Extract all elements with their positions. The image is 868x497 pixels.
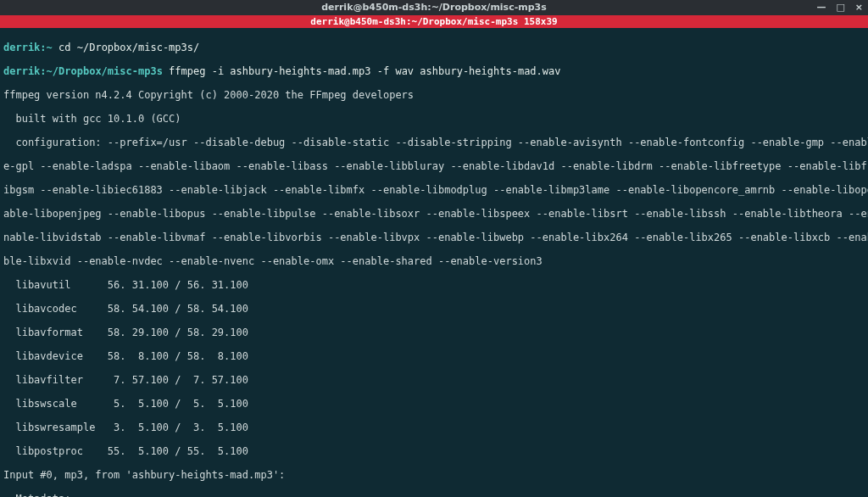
prompt-user: derrik [3, 42, 40, 53]
prompt-line-1: derrik:~ cd ~/Dropbox/misc-mp3s/ [3, 42, 865, 53]
output-line: Metadata: [3, 493, 865, 497]
output-line: libswresample 3. 5.100 / 3. 5.100 [3, 422, 865, 433]
output-line: libavformat 58. 29.100 / 58. 29.100 [3, 327, 865, 338]
terminal-tabbar[interactable]: derrik@b450m-ds3h:~/Dropbox/misc-mp3s 15… [0, 15, 868, 28]
output-line: built with gcc 10.1.0 (GCC) [3, 113, 865, 125]
prompt-path: ~ [47, 42, 53, 53]
prompt-line-2: derrik:~/Dropbox/misc-mp3s ffmpeg -i ash… [3, 65, 865, 77]
output-line: ffmpeg version n4.2.4 Copyright (c) 2000… [3, 89, 865, 101]
window-title: derrik@b450m-ds3h:~/Dropbox/misc-mp3s [321, 2, 547, 14]
output-line: able-libopenjpeg --enable-libopus --enab… [3, 208, 865, 220]
output-line: e-gpl --enable-ladspa --enable-libaom --… [3, 160, 865, 172]
prompt-user: derrik [3, 65, 40, 77]
output-line: nable-libvidstab --enable-libvmaf --enab… [3, 232, 865, 243]
command-text: ffmpeg -i ashbury-heights-mad.mp3 -f wav… [169, 65, 560, 77]
output-line: ibgsm --enable-libiec61883 --enable-libj… [3, 184, 865, 196]
prompt-path: ~/Dropbox/misc-mp3s [47, 65, 163, 77]
close-button[interactable]: × [855, 2, 863, 14]
prompt-space [53, 42, 58, 53]
output-line: configuration: --prefix=/usr --disable-d… [3, 137, 865, 148]
output-line: libavdevice 58. 8.100 / 58. 8.100 [3, 350, 865, 362]
output-line: Input #0, mp3, from 'ashbury-heights-mad… [3, 469, 865, 481]
output-line: libavcodec 58. 54.100 / 58. 54.100 [3, 303, 865, 315]
maximize-button[interactable]: □ [836, 2, 844, 14]
output-line: libpostproc 55. 5.100 / 55. 5.100 [3, 445, 865, 457]
terminal-tab-label: derrik@b450m-ds3h:~/Dropbox/misc-mp3s 15… [310, 16, 557, 28]
window-controls: — □ × [816, 0, 863, 15]
output-line: libavutil 56. 31.100 / 56. 31.100 [3, 279, 865, 291]
output-line: ble-libxvid --enable-nvdec --enable-nven… [3, 255, 865, 267]
output-line: libavfilter 7. 57.100 / 7. 57.100 [3, 374, 865, 386]
output-line: libswscale 5. 5.100 / 5. 5.100 [3, 398, 865, 410]
window-titlebar: derrik@b450m-ds3h:~/Dropbox/misc-mp3s — … [0, 0, 868, 15]
prompt-sep: : [40, 65, 46, 77]
command-text: cd ~/Dropbox/misc-mp3s/ [58, 42, 199, 53]
prompt-sep: : [40, 42, 46, 53]
minimize-button[interactable]: — [816, 2, 826, 14]
terminal-body[interactable]: derrik:~ cd ~/Dropbox/misc-mp3s/ derrik:… [0, 28, 868, 497]
